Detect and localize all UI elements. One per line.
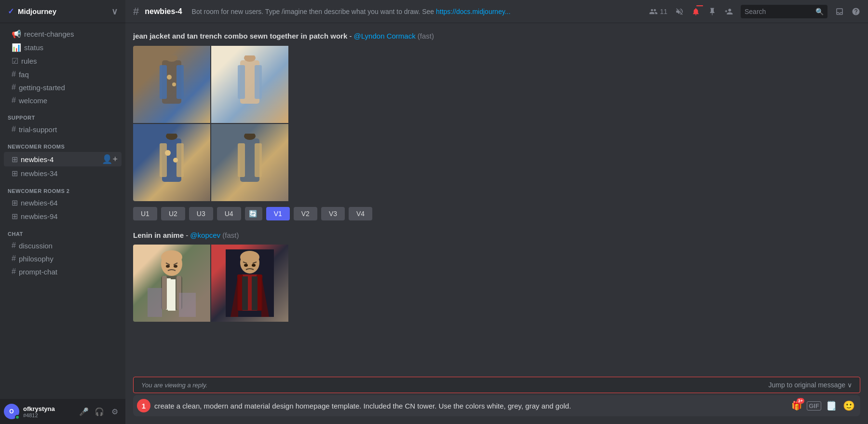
sidebar-item-label: philosophy bbox=[19, 255, 54, 263]
server-chevron: ∨ bbox=[111, 6, 118, 17]
sidebar-item-prompt-chat[interactable]: # prompt-chat bbox=[4, 265, 122, 278]
sidebar-item-newbies-94[interactable]: ⊞ newbies-94 bbox=[4, 210, 122, 223]
notification-icon[interactable] bbox=[692, 7, 700, 16]
gif-button[interactable]: GIF bbox=[806, 398, 822, 413]
svg-rect-8 bbox=[255, 65, 262, 99]
docs-link[interactable]: https://docs.midjourney... bbox=[436, 8, 511, 15]
svg-rect-38 bbox=[242, 276, 248, 310]
chat-section-header[interactable]: CHAT bbox=[0, 223, 125, 239]
mention-kopcev[interactable]: @kopcev bbox=[190, 231, 220, 239]
search-input[interactable] bbox=[745, 8, 813, 15]
inbox-icon[interactable] bbox=[835, 7, 844, 16]
search-bar[interactable]: 🔍 bbox=[741, 5, 827, 18]
sidebar-item-rules[interactable]: ☑ rules bbox=[4, 55, 122, 68]
mention-lyndon[interactable]: @Lyndon Cormack bbox=[354, 32, 416, 40]
pin-icon[interactable] bbox=[708, 7, 717, 16]
u2-button[interactable]: U2 bbox=[161, 207, 185, 220]
svg-point-29 bbox=[166, 265, 170, 268]
jump-to-original-button[interactable]: Jump to original message ∨ bbox=[768, 381, 852, 389]
sidebar-item-status[interactable]: 📊 status bbox=[4, 41, 122, 54]
server-checkmark: ✓ bbox=[8, 7, 14, 16]
sidebar-item-welcome[interactable]: # welcome bbox=[4, 94, 122, 107]
jacket-image-grid bbox=[133, 46, 860, 201]
mute-button[interactable]: 🎤 bbox=[77, 405, 91, 418]
sidebar-item-getting-started[interactable]: # getting-started bbox=[4, 81, 122, 94]
sidebar-item-recent-changes[interactable]: 📢 recent-changes bbox=[4, 27, 122, 41]
v1-button[interactable]: V1 bbox=[266, 207, 290, 220]
newcomer2-section-header[interactable]: NEWCOMER ROOMS 2 bbox=[0, 180, 125, 196]
reply-bar: You are viewing a reply. Jump to origina… bbox=[133, 377, 860, 393]
mute-channel-icon[interactable] bbox=[675, 7, 684, 16]
svg-point-13 bbox=[165, 150, 171, 156]
refresh-button[interactable]: 🔄 bbox=[245, 207, 262, 220]
anime-image-1 bbox=[133, 245, 210, 322]
emoji-button[interactable]: 🙂 bbox=[841, 398, 856, 413]
jacket-image-3 bbox=[133, 124, 210, 201]
avatar: O bbox=[4, 404, 19, 419]
members-count[interactable]: 11 bbox=[649, 7, 667, 16]
hash-icon: # bbox=[12, 267, 16, 276]
sidebar-item-label: welcome bbox=[19, 96, 47, 105]
u4-button[interactable]: U4 bbox=[217, 207, 241, 220]
v2-button[interactable]: V2 bbox=[294, 207, 317, 220]
sidebar-item-faq[interactable]: # faq bbox=[4, 68, 122, 81]
u1-button[interactable]: U1 bbox=[133, 207, 157, 220]
v3-button[interactable]: V3 bbox=[321, 207, 345, 220]
members-icon bbox=[649, 7, 658, 16]
svg-rect-2 bbox=[176, 65, 184, 99]
username: ofkrystyna bbox=[23, 405, 73, 412]
svg-point-43 bbox=[244, 264, 248, 267]
u3-button[interactable]: U3 bbox=[189, 207, 213, 220]
sidebar-item-label: prompt-chat bbox=[19, 268, 57, 276]
status-indicator bbox=[15, 415, 20, 420]
forum-icon: ⊞ bbox=[12, 212, 18, 221]
sidebar-navigation: 📢 recent-changes 📊 status ☑ rules # faq … bbox=[0, 23, 125, 399]
jacket-image-2 bbox=[211, 46, 288, 123]
user-controls: 🎤 🎧 ⚙ bbox=[77, 405, 122, 418]
notification-count: 3+ bbox=[797, 398, 804, 404]
deafen-button[interactable]: 🎧 bbox=[93, 405, 106, 418]
sidebar-item-newbies-34[interactable]: ⊞ newbies-34 bbox=[4, 167, 122, 180]
user-tag: #4812 bbox=[23, 412, 73, 418]
server-header[interactable]: ✓ Midjourney ∨ bbox=[0, 0, 125, 23]
add-member-icon[interactable]: 👤+ bbox=[102, 154, 118, 164]
v4-button[interactable]: V4 bbox=[349, 207, 372, 220]
svg-point-40 bbox=[240, 251, 259, 263]
channel-header: # newbies-4 Bot room for new users. Type… bbox=[125, 0, 868, 23]
channel-description: Bot room for new users. Type /imagine th… bbox=[192, 8, 644, 15]
sidebar-item-newbies-4[interactable]: ⊞ newbies-4 👤+ bbox=[4, 152, 122, 166]
sidebar-item-philosophy[interactable]: # philosophy bbox=[4, 252, 122, 265]
svg-point-30 bbox=[174, 265, 177, 268]
svg-rect-39 bbox=[252, 276, 258, 310]
add-member-icon[interactable] bbox=[724, 7, 733, 16]
message-input[interactable] bbox=[154, 397, 785, 415]
svg-rect-17 bbox=[238, 143, 245, 177]
announce-icon: 📢 bbox=[12, 29, 21, 39]
settings-button[interactable]: ⚙ bbox=[108, 405, 122, 418]
sidebar-item-newbies-64[interactable]: ⊞ newbies-64 bbox=[4, 196, 122, 209]
sticker-icon[interactable]: 🗒️ bbox=[824, 398, 839, 413]
sidebar-item-label: faq bbox=[19, 70, 29, 79]
reply-number-badge: 1 bbox=[137, 399, 150, 412]
svg-rect-7 bbox=[238, 65, 245, 99]
anime-image-2 bbox=[211, 245, 288, 322]
server-name: Midjourney bbox=[18, 7, 56, 15]
svg-rect-18 bbox=[255, 143, 262, 177]
boost-icon[interactable]: 🎁 3+ bbox=[789, 398, 804, 413]
sidebar-item-label: newbies-34 bbox=[21, 169, 58, 178]
input-area: 1 🎁 3+ GIF 🗒️ 🙂 bbox=[125, 395, 868, 424]
newcomer-section-header[interactable]: NEWCOMER ROOMS bbox=[0, 136, 125, 151]
svg-point-14 bbox=[173, 158, 178, 163]
svg-rect-31 bbox=[148, 288, 162, 317]
support-section-header[interactable]: SUPPORT bbox=[0, 107, 125, 123]
header-icons: 11 🔍 bbox=[649, 5, 860, 18]
sidebar-item-trial-support[interactable]: # trial-support bbox=[4, 123, 122, 136]
hash-icon: # bbox=[12, 241, 16, 250]
sidebar-item-discussion[interactable]: # discussion bbox=[4, 239, 122, 252]
svg-rect-23 bbox=[168, 279, 176, 311]
sidebar-item-label: getting-started bbox=[19, 83, 65, 92]
messages-area: jean jacket and tan trench combo sewn to… bbox=[125, 23, 868, 375]
help-icon[interactable] bbox=[852, 7, 860, 16]
sidebar-item-label: recent-changes bbox=[24, 30, 74, 38]
forum-icon: ⊞ bbox=[12, 155, 18, 164]
